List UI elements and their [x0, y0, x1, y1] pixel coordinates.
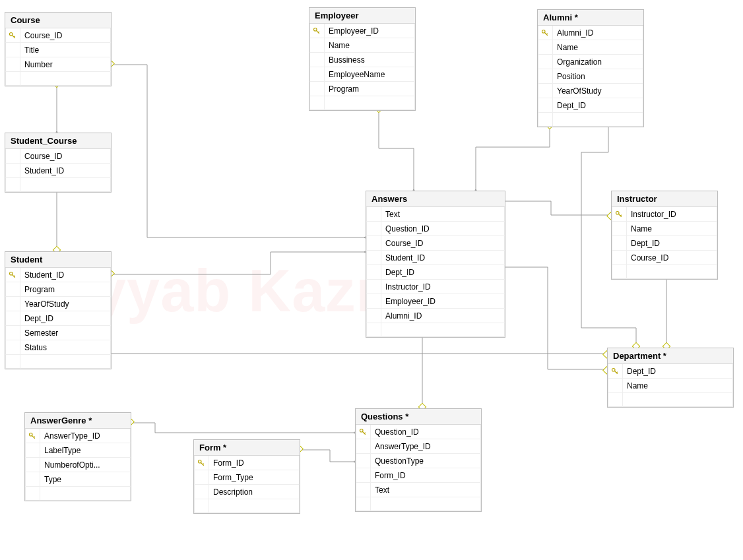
- field-row[interactable]: Employeer_ID: [309, 24, 415, 38]
- field-row[interactable]: AnswerType_ID: [25, 429, 131, 443]
- field-row[interactable]: NumberofOpti...: [25, 458, 131, 472]
- field-row[interactable]: Dept_ID: [612, 236, 717, 251]
- blank-row: [194, 499, 300, 513]
- field-row[interactable]: Question_ID: [356, 425, 481, 439]
- field-row[interactable]: Dept_ID: [538, 98, 643, 113]
- field-name: Dept_ID: [553, 101, 643, 110]
- field-name: Alumni_ID: [553, 28, 643, 38]
- field-row[interactable]: Instructor_ID: [612, 207, 717, 222]
- field-name: AnswerType_ID: [371, 442, 481, 451]
- field-row[interactable]: Course_ID: [612, 251, 717, 265]
- blank-row: [309, 96, 415, 110]
- field-row[interactable]: Course_ID: [366, 236, 505, 251]
- field-row[interactable]: Program: [5, 282, 111, 297]
- key-col-empty: [309, 53, 325, 67]
- field-name: Text: [371, 485, 481, 495]
- field-row[interactable]: Status: [5, 340, 111, 355]
- field-row[interactable]: AnswerType_ID: [356, 439, 481, 454]
- field-row[interactable]: Name: [608, 379, 733, 393]
- primary-key-icon: [612, 207, 627, 221]
- primary-key-icon: [5, 268, 20, 282]
- key-col-empty: [194, 499, 209, 513]
- entity-header[interactable]: Department *: [608, 348, 733, 364]
- field-row[interactable]: Instructor_ID: [366, 280, 505, 294]
- key-col-empty: [309, 67, 325, 81]
- field-row[interactable]: Form_ID: [194, 456, 300, 470]
- entity-student[interactable]: StudentStudent_IDProgramYearOfStudyDept_…: [5, 251, 112, 369]
- field-row[interactable]: Form_Type: [194, 470, 300, 485]
- field-name: Alumni_ID: [381, 311, 505, 321]
- rel-employeer-to-answers: [375, 98, 417, 201]
- field-row[interactable]: Title: [5, 43, 111, 57]
- field-row[interactable]: Name: [309, 38, 415, 53]
- entity-header[interactable]: Course: [5, 13, 111, 28]
- field-row[interactable]: EmployeeName: [309, 67, 415, 82]
- rel-questions-to-answergenre: [120, 418, 365, 436]
- entity-instructor[interactable]: InstructorInstructor_IDNameDept_IDCourse…: [611, 191, 718, 280]
- svg-line-29: [364, 432, 366, 433]
- field-row[interactable]: Dept_ID: [5, 311, 111, 326]
- field-name: Question_ID: [381, 224, 505, 233]
- entity-header[interactable]: Questions *: [356, 409, 481, 425]
- key-col-empty: [366, 280, 381, 294]
- entity-employeer[interactable]: EmployeerEmployeer_IDNameBussinessEmploy…: [309, 7, 416, 111]
- blank-row: [612, 265, 717, 279]
- entity-header[interactable]: Student: [5, 252, 111, 268]
- field-row[interactable]: Dept_ID: [366, 265, 505, 280]
- entity-header[interactable]: Employeer: [309, 8, 415, 24]
- field-name: Position: [553, 72, 643, 81]
- entity-header[interactable]: Alumni *: [538, 10, 643, 26]
- entity-answergenre[interactable]: AnswerGenre *AnswerType_IDLabelTypeNumbe…: [24, 412, 131, 501]
- field-row[interactable]: Text: [366, 207, 505, 222]
- field-row[interactable]: Program: [309, 82, 415, 96]
- field-row[interactable]: Number: [5, 57, 111, 72]
- field-row[interactable]: Name: [612, 222, 717, 236]
- field-row[interactable]: Question_ID: [366, 222, 505, 236]
- field-row[interactable]: Description: [194, 485, 300, 499]
- field-row[interactable]: Course_ID: [5, 28, 111, 43]
- field-row[interactable]: Type: [25, 472, 131, 487]
- field-row[interactable]: Bussiness: [309, 53, 415, 67]
- entity-course[interactable]: CourseCourse_IDTitleNumber: [5, 12, 112, 86]
- field-row[interactable]: Student_ID: [5, 164, 111, 178]
- field-name: Student_ID: [381, 253, 505, 263]
- key-col-empty: [25, 472, 40, 486]
- field-row[interactable]: LabelType: [25, 443, 131, 458]
- field-row[interactable]: Semester: [5, 326, 111, 340]
- field-row[interactable]: Student_ID: [5, 268, 111, 282]
- field-row[interactable]: YearOfStudy: [5, 297, 111, 311]
- field-name: Form_Type: [209, 473, 300, 482]
- entity-department[interactable]: Department *Dept_IDName: [607, 348, 734, 408]
- entity-header[interactable]: Answers: [366, 191, 505, 207]
- entity-alumni[interactable]: Alumni *Alumni_IDNameOrganizationPositio…: [537, 9, 644, 127]
- entity-answers[interactable]: AnswersTextQuestion_IDCourse_IDStudent_I…: [366, 191, 505, 338]
- entity-form[interactable]: Form *Form_IDForm_TypeDescription: [193, 439, 300, 514]
- field-row[interactable]: Form_ID: [356, 468, 481, 483]
- field-row[interactable]: Dept_ID: [608, 364, 733, 379]
- entity-header[interactable]: Instructor: [612, 191, 717, 207]
- field-row[interactable]: Organization: [538, 55, 643, 69]
- entity-header[interactable]: Student_Course: [5, 133, 111, 149]
- field-row[interactable]: Position: [538, 69, 643, 84]
- field-row[interactable]: YearOfStudy: [538, 84, 643, 98]
- field-row[interactable]: Student_ID: [366, 251, 505, 265]
- field-name: Status: [20, 343, 111, 352]
- entity-header[interactable]: AnswerGenre *: [25, 413, 131, 429]
- field-row[interactable]: Text: [356, 483, 481, 497]
- key-col-empty: [5, 297, 20, 311]
- field-row[interactable]: Course_ID: [5, 149, 111, 164]
- field-row[interactable]: Name: [538, 40, 643, 55]
- field-name: Dept_ID: [623, 367, 733, 376]
- field-row[interactable]: Alumni_ID: [366, 309, 505, 323]
- blank-row: [608, 393, 733, 407]
- key-col-empty: [366, 265, 381, 279]
- entity-questions[interactable]: Questions *Question_IDAnswerType_IDQuest…: [355, 408, 482, 512]
- field-row[interactable]: Alumni_ID: [538, 26, 643, 40]
- entity-student_course[interactable]: Student_CourseCourse_IDStudent_ID: [5, 133, 112, 193]
- field-row[interactable]: Employeer_ID: [366, 294, 505, 309]
- key-col-empty: [5, 326, 20, 340]
- key-col-empty: [5, 57, 20, 71]
- entity-header[interactable]: Form *: [194, 440, 300, 456]
- field-row[interactable]: QuestionType: [356, 454, 481, 468]
- field-name: Course_ID: [627, 253, 717, 263]
